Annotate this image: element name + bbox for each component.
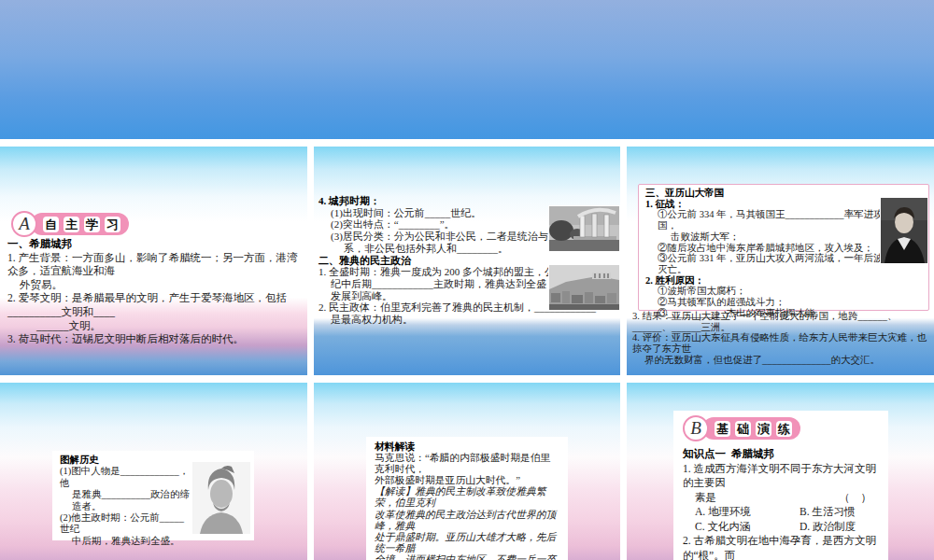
- text-line: 界的无数财富，但也促进了______________的大交汇。: [632, 355, 931, 366]
- alexander-portrait-photo: [880, 197, 928, 264]
- text-line: 2. 胜利原因：: [645, 275, 922, 287]
- question-line: 2. 古希腊文明在地中海孕育，是西方文明的“根”。而: [683, 534, 879, 560]
- slide-panel-tujie-lishi[interactable]: 图解历史 (1)图中人物是____________，他 是雅典_________…: [0, 383, 307, 560]
- option-d: D. 政治制度: [800, 520, 856, 535]
- text-line: (1)图中人物是____________，他: [60, 466, 192, 489]
- note-line: 全境，进而横扫中东地区，不费一兵一卒而占领埃: [375, 553, 559, 560]
- text-line: 外贸易。: [7, 278, 304, 292]
- badge-char: 习: [105, 217, 120, 232]
- text-line: 造者。: [60, 501, 192, 512]
- pericles-bust-illustration: [192, 462, 250, 534]
- question-line: 1. 造成西方海洋文明不同于东方大河文明的主要因: [683, 462, 879, 491]
- note-line: 改革使雅典的民主政治达到古代世界的顶峰，雅典: [375, 509, 559, 531]
- option-a: A. 地理环境: [695, 505, 800, 520]
- note-line: 【解读】雅典的民主制改革致使雅典繁荣，伯里克利: [375, 485, 559, 508]
- text-line: 4. 评价：亚历山大东征具有侵略性质，给东方人民带来巨大灾难，也掠夺了东方世: [632, 332, 931, 354]
- badge-char: 演: [756, 421, 771, 437]
- note-line: 处于鼎盛时期。亚历山大雄才大略，先后统一希腊: [375, 531, 559, 553]
- acropolis-hill-photo: [548, 264, 620, 311]
- text-line: (2)他主政时期：公元前_____世纪: [60, 512, 192, 536]
- slide-panel-jichu-yanlian[interactable]: B 基 础 演 练 知识点一 希腊城邦 1. 造成西方海洋文明不同于东方大河文明…: [627, 383, 934, 560]
- section-badge-b: B 基 础 演 练: [683, 415, 879, 441]
- slide-panel-yadian-minzhu[interactable]: 4. 城邦时期： (1)出现时间：公元前_____世纪。 (2)突出特点：“__…: [314, 147, 620, 375]
- quote-line: 外部极盛时期是亚历山大时代。”: [375, 474, 559, 485]
- section-heading: 材料解读: [375, 441, 559, 452]
- alexander-portrait-illustration: [881, 198, 927, 263]
- badge-char: 练: [776, 421, 792, 437]
- badge-letter-a: A: [11, 211, 37, 237]
- section-heading: 图解历史: [60, 455, 192, 466]
- text-line: 是雅典__________政治的缔: [60, 489, 192, 500]
- badge-char: 自: [43, 217, 59, 232]
- slide-panel-zizhu-xuexi[interactable]: A 自 主 学 习 一、希腊城邦 1. 产生背景：一方面多山，影响了希腊统一；另…: [0, 147, 307, 375]
- knowledge-point-heading: 知识点一 希腊城邦: [683, 447, 879, 462]
- text-line: 是最高权力机构。: [318, 314, 616, 326]
- text-line: 2. 爱琴文明：是希腊最早的文明，产生于爱琴海地区，包括__________文明…: [7, 291, 304, 318]
- greek-temple-ruins-illustration: [549, 206, 619, 251]
- text-line: ①波斯帝国太腐朽；: [645, 286, 922, 297]
- badge-pill: 自 主 学 习: [31, 213, 129, 235]
- section-badge-a: A 自 主 学 习: [11, 211, 129, 237]
- section-heading: 一、希腊城邦: [7, 237, 304, 251]
- badge-char: 础: [735, 421, 751, 437]
- question-line: 素是: [695, 491, 716, 506]
- text-line: 3. 结果：亚历山大建立了一个空前庞大的帝国，地跨______、______、_…: [632, 311, 931, 332]
- badge-letter-b: B: [683, 415, 709, 441]
- answer-bracket: （ ）: [840, 491, 872, 506]
- quote-line: 马克思说：“希腊的内部极盛时期是伯里克利时代，: [375, 452, 559, 474]
- text-line: 3. 荷马时代：迈锡尼文明中断后相对落后的时代。: [7, 332, 304, 346]
- text-line: ______文明。: [7, 319, 304, 333]
- option-b: B. 生活习惯: [800, 505, 855, 520]
- slide-thumbnail-top-partial[interactable]: [0, 0, 934, 139]
- slide-panel-yalishanda[interactable]: 三、亚历山大帝国 1. 征战： ①公元前 334 年，马其顿国王________…: [627, 147, 934, 375]
- text-line: 中后期，雅典达到全盛。: [60, 536, 192, 547]
- text-line: 1. 产生背景：一方面多山，影响了希腊统一；另一方面，港湾众多，适宜航海业和海: [7, 251, 304, 278]
- content-box: 材料解读 马克思说：“希腊的内部极盛时期是伯里克利时代， 外部极盛时期是亚历山大…: [366, 437, 568, 560]
- text-line: ②马其顿军队的超强战斗力；: [645, 297, 922, 308]
- content-box: B 基 础 演 练 知识点一 希腊城邦 1. 造成西方海洋文明不同于东方大河文明…: [673, 411, 888, 560]
- pericles-bust-photo: [191, 461, 251, 535]
- badge-char: 基: [715, 421, 730, 437]
- badge-pill: 基 础 演 练: [702, 417, 800, 440]
- badge-char: 主: [64, 217, 79, 232]
- badge-char: 学: [84, 217, 100, 232]
- greek-temple-ruins-photo: [548, 205, 620, 252]
- slide-panel-cailiao-jiedu[interactable]: 材料解读 马克思说：“希腊的内部极盛时期是伯里克利时代， 外部极盛时期是亚历山大…: [314, 383, 620, 560]
- acropolis-hill-illustration: [549, 265, 619, 310]
- option-c: C. 文化内涵: [695, 520, 800, 535]
